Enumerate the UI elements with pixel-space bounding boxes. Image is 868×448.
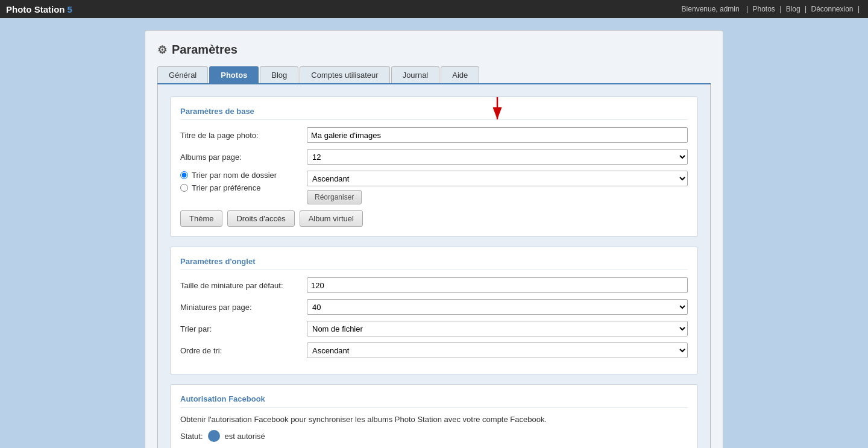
tab-journal[interactable]: Journal [391, 66, 440, 83]
statut-label: Statut: [180, 432, 203, 441]
row-miniature-size: Taille de miniature par défaut: [180, 277, 688, 293]
label-sort-pref: Trier par préférence [192, 183, 260, 192]
settings-panel: ⚙ Paramètres Général Photos Blog Comptes… [145, 30, 723, 448]
label-sort-folder: Trier par nom de dossier [192, 171, 277, 180]
nav-photos[interactable]: Photos [752, 5, 775, 13]
label-albums-per-page: Albums par page: [180, 153, 301, 162]
select-sort-by[interactable]: Nom de fichier Date Taille [307, 321, 688, 336]
row-sort-by: Trier par: Nom de fichier Date Taille [180, 321, 688, 336]
logo-number: 5 [68, 4, 72, 14]
page-title: ⚙ Paramètres [157, 43, 711, 57]
logo: Photo Station 5 [6, 4, 72, 14]
radio-pref-row: Trier par préférence [180, 183, 301, 192]
tab-photos[interactable]: Photos [209, 66, 259, 83]
nav-deconnexion[interactable]: Déconnexion [811, 5, 853, 13]
radio-sort-folder[interactable] [180, 171, 188, 179]
control-sort-by: Nom de fichier Date Taille [307, 321, 688, 336]
select-sort-order-base[interactable]: Ascendant Descendant [307, 171, 688, 186]
control-miniatures-per-page: 40 20 60 [307, 299, 688, 315]
label-sort-by: Trier par: [180, 324, 301, 333]
row-sort: Trier par nom de dossier Trier par préfé… [180, 171, 688, 204]
select-albums-per-page[interactable]: 12 24 36 [307, 149, 688, 165]
input-miniature-size[interactable] [307, 277, 688, 293]
content-area: Paramètres de base Titre de la page phot… [157, 84, 711, 448]
welcome-text: Bienvenue, admin [682, 5, 740, 13]
control-albums-per-page: 12 24 36 [307, 149, 688, 165]
label-sort-order: Ordre de tri: [180, 346, 301, 355]
gear-icon: ⚙ [157, 43, 167, 57]
status-row: Statut: est autorisé [180, 430, 688, 442]
section-onglet-title: Paramètres d'onglet [180, 257, 688, 270]
label-sort: Trier par nom de dossier Trier par préfé… [180, 171, 301, 192]
section-base-title: Paramètres de base [180, 107, 688, 120]
section-facebook-title: Autorisation Facebook [180, 394, 688, 408]
tab-comptes[interactable]: Comptes utilisateur [300, 66, 389, 83]
select-sort-order-onglet[interactable]: Ascendant Descendant [307, 342, 688, 358]
tab-aide[interactable]: Aide [441, 66, 479, 83]
section-onglet: Paramètres d'onglet Taille de miniature … [170, 247, 698, 374]
control-sort-order-onglet: Ascendant Descendant [307, 342, 688, 358]
control-sort-order: Ascendant Descendant Réorganiser [307, 171, 688, 204]
section-base: Paramètres de base Titre de la page phot… [170, 96, 698, 237]
base-action-buttons: Thème Droits d'accès Album virtuel [180, 210, 688, 227]
nav-blog[interactable]: Blog [786, 5, 800, 13]
input-page-title[interactable] [307, 127, 688, 143]
tab-blog[interactable]: Blog [260, 66, 298, 83]
album-virtuel-button[interactable]: Album virtuel [300, 210, 363, 227]
tabs-container: Général Photos Blog Comptes utilisateur … [157, 66, 711, 84]
top-nav: Bienvenue, admin | Photos | Blog | Décon… [679, 5, 862, 13]
reorganize-button[interactable]: Réorganiser [307, 190, 362, 204]
droits-button[interactable]: Droits d'accès [227, 210, 294, 227]
control-miniature-size [307, 277, 688, 293]
row-miniatures-per-page: Miniatures par page: 40 20 60 [180, 299, 688, 315]
statut-value: est autorisé [225, 432, 265, 441]
main-container: ⚙ Paramètres Général Photos Blog Comptes… [133, 18, 735, 448]
select-miniatures-per-page[interactable]: 40 20 60 [307, 299, 688, 315]
radio-sort-pref[interactable] [180, 184, 188, 192]
label-miniatures-per-page: Miniatures par page: [180, 303, 301, 312]
facebook-description: Obtenir l'autorisation Facebook pour syn… [180, 415, 688, 424]
status-icon [208, 430, 220, 442]
control-page-title [307, 127, 688, 143]
radio-folder-row: Trier par nom de dossier [180, 171, 301, 180]
label-miniature-size: Taille de miniature par défaut: [180, 281, 301, 290]
page-title-text: Paramètres [172, 43, 237, 57]
theme-button[interactable]: Thème [180, 210, 222, 227]
row-sort-order: Ordre de tri: Ascendant Descendant [180, 342, 688, 358]
row-albums-per-page: Albums par page: 12 24 36 [180, 149, 688, 165]
row-page-title: Titre de la page photo: [180, 127, 688, 143]
section-facebook: Autorisation Facebook Obtenir l'autorisa… [170, 384, 698, 448]
label-page-title: Titre de la page photo: [180, 131, 301, 140]
logo-text: Photo Station [6, 4, 65, 14]
tab-general[interactable]: Général [157, 66, 208, 83]
top-bar: Photo Station 5 Bienvenue, admin | Photo… [0, 0, 868, 18]
